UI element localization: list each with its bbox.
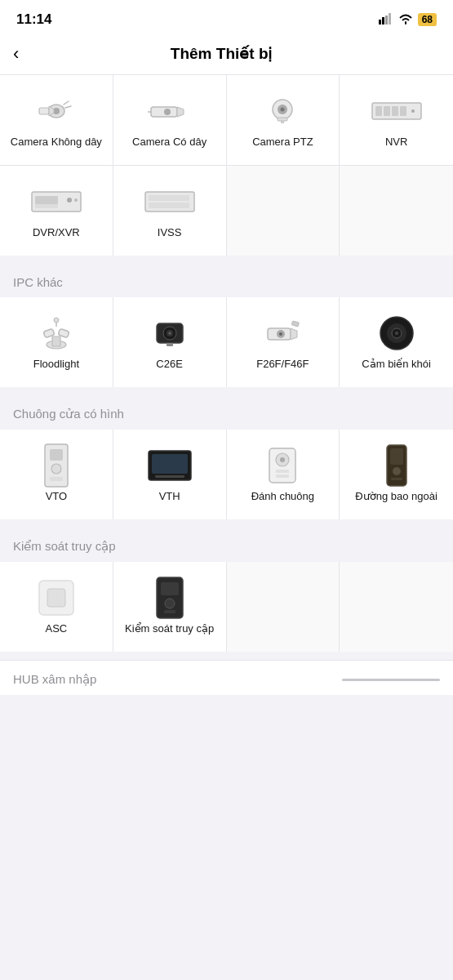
device-cell-danh-chuong[interactable]: Đánh chuông <box>227 430 340 519</box>
svg-rect-48 <box>292 321 300 327</box>
svg-rect-64 <box>276 474 289 478</box>
svg-rect-43 <box>167 343 173 346</box>
device-icon-c26e <box>147 315 193 351</box>
section-label-kiem-soat: Kiểm soát truy cập <box>0 528 453 562</box>
hub-label: HUB xâm nhập <box>13 672 96 687</box>
device-icon-f26f-f46f <box>260 315 305 351</box>
status-time: 11:14 <box>16 11 51 28</box>
device-cell-floodlight[interactable]: Floodlight <box>0 297 113 387</box>
svg-rect-59 <box>155 475 184 478</box>
device-label-vth: VTH <box>159 490 180 504</box>
device-cell-dvr-xvr[interactable]: DVR/XVR <box>0 166 113 256</box>
device-cell-cam-bien-khoi[interactable]: Cảm biến khói <box>340 297 453 387</box>
svg-rect-22 <box>392 106 398 116</box>
device-icon-empty4 <box>374 586 420 622</box>
svg-rect-68 <box>391 478 402 480</box>
device-icon-empty1 <box>260 190 305 226</box>
device-icon-dvr-xvr <box>33 184 79 220</box>
section-label-chuong-cua: Chuông cửa có hình <box>0 395 453 430</box>
svg-marker-47 <box>291 328 297 340</box>
svg-rect-18 <box>281 121 284 123</box>
svg-marker-12 <box>177 107 184 117</box>
device-label-camera-khong-day: Camera Không dây <box>11 136 102 149</box>
device-label-ivss: IVSS <box>158 226 182 240</box>
svg-point-73 <box>165 599 175 608</box>
device-cell-ivss[interactable]: IVSS <box>113 166 227 256</box>
svg-rect-74 <box>164 610 175 613</box>
svg-rect-0 <box>379 20 381 24</box>
device-label-vto: VTO <box>46 490 68 504</box>
svg-rect-30 <box>145 192 194 212</box>
svg-rect-26 <box>35 196 58 204</box>
device-cell-empty1 <box>227 166 340 256</box>
section-label-ipc-khac: IPC khác <box>0 264 453 297</box>
device-cell-f26f-f46f[interactable]: F26F/F46F <box>227 297 340 387</box>
svg-rect-17 <box>278 118 287 121</box>
svg-rect-1 <box>382 17 384 24</box>
device-label-dvr-xvr: DVR/XVR <box>33 226 80 240</box>
device-label-asc: ASC <box>46 622 68 636</box>
device-icon-vto <box>33 448 79 483</box>
device-cell-nvr[interactable]: NVR <box>340 75 453 165</box>
svg-rect-34 <box>52 336 60 346</box>
device-cell-empty3 <box>227 562 340 652</box>
device-icon-nvr <box>374 93 420 129</box>
device-cell-duong-bao-ngoai[interactable]: Đường bao ngoài <box>340 430 453 519</box>
device-cell-camera-co-day[interactable]: Camera Có dây <box>113 75 227 165</box>
section-kiem-soat: Kiểm soát truy cập ASC Kiểm soát truy cậ… <box>0 528 453 652</box>
device-label-duong-bao-ngoai: Đường bao ngoài <box>355 490 437 504</box>
device-icon-camera-khong-day <box>33 93 79 129</box>
svg-rect-63 <box>276 470 289 473</box>
section-ipc-khac: IPC khác Floodlight C26E F26F/F46F Cảm b… <box>0 264 453 387</box>
svg-rect-70 <box>47 589 65 607</box>
svg-point-11 <box>164 109 171 115</box>
device-label-kiem-soat-truy-cap: Kiểm soát truy cập <box>125 622 214 636</box>
grid-cameras: Camera Không dây Camera Có dây Camera PT… <box>0 75 453 256</box>
device-icon-ivss <box>147 184 193 220</box>
svg-point-62 <box>280 457 285 462</box>
grid-row: ASC Kiểm soát truy cập <box>0 562 453 652</box>
device-label-danh-chuong: Đánh chuông <box>251 490 314 504</box>
device-cell-camera-khong-day[interactable]: Camera Không dây <box>0 75 113 165</box>
status-icons: 68 <box>379 13 437 27</box>
device-label-c26e: C26E <box>156 358 183 372</box>
svg-rect-58 <box>152 454 188 474</box>
svg-rect-3 <box>389 13 391 24</box>
device-icon-asc <box>33 580 79 616</box>
device-icon-kiem-soat-truy-cap <box>147 580 193 616</box>
back-button[interactable]: ‹ <box>13 45 27 63</box>
device-icon-empty3 <box>260 586 305 622</box>
device-icon-danh-chuong <box>260 448 305 483</box>
device-icon-camera-co-day <box>147 93 193 129</box>
device-icon-cam-bien-khoi <box>374 315 420 351</box>
grid-row: Floodlight C26E F26F/F46F Cảm biến khói <box>0 297 453 387</box>
scroll-indicator <box>342 679 440 681</box>
grid-row: DVR/XVR IVSS <box>0 165 453 256</box>
device-label-floodlight: Floodlight <box>33 358 79 372</box>
grid-row: VTO VTH Đánh chuông Đường bao ngoài <box>0 430 453 519</box>
svg-rect-54 <box>50 449 63 461</box>
device-cell-empty4 <box>340 562 453 652</box>
device-cell-asc[interactable]: ASC <box>0 562 113 652</box>
device-cell-vth[interactable]: VTH <box>113 430 227 519</box>
grid-ipc-khac: Floodlight C26E F26F/F46F Cảm biến khói <box>0 297 453 387</box>
device-cell-vto[interactable]: VTO <box>0 430 113 519</box>
section-cameras: Camera Không dây Camera Có dây Camera PT… <box>0 75 453 256</box>
device-cell-camera-ptz[interactable]: Camera PTZ <box>227 75 340 165</box>
device-icon-vth <box>147 448 193 483</box>
svg-point-29 <box>74 198 78 202</box>
svg-rect-32 <box>149 203 189 208</box>
grid-row: Camera Không dây Camera Có dây Camera PT… <box>0 75 453 165</box>
device-icon-camera-ptz <box>260 93 305 129</box>
svg-point-38 <box>54 318 59 323</box>
device-icon-duong-bao-ngoai <box>374 448 420 483</box>
main-content: Camera Không dây Camera Có dây Camera PT… <box>0 75 453 652</box>
device-label-camera-ptz: Camera PTZ <box>252 136 313 149</box>
svg-rect-72 <box>161 582 179 595</box>
bottom-section: HUB xâm nhập <box>0 660 453 695</box>
svg-rect-31 <box>149 195 189 201</box>
svg-rect-66 <box>390 448 403 465</box>
page-title: Thêm Thiết bị <box>27 44 415 63</box>
device-cell-c26e[interactable]: C26E <box>113 297 227 387</box>
device-cell-kiem-soat-truy-cap[interactable]: Kiểm soát truy cập <box>113 562 227 652</box>
